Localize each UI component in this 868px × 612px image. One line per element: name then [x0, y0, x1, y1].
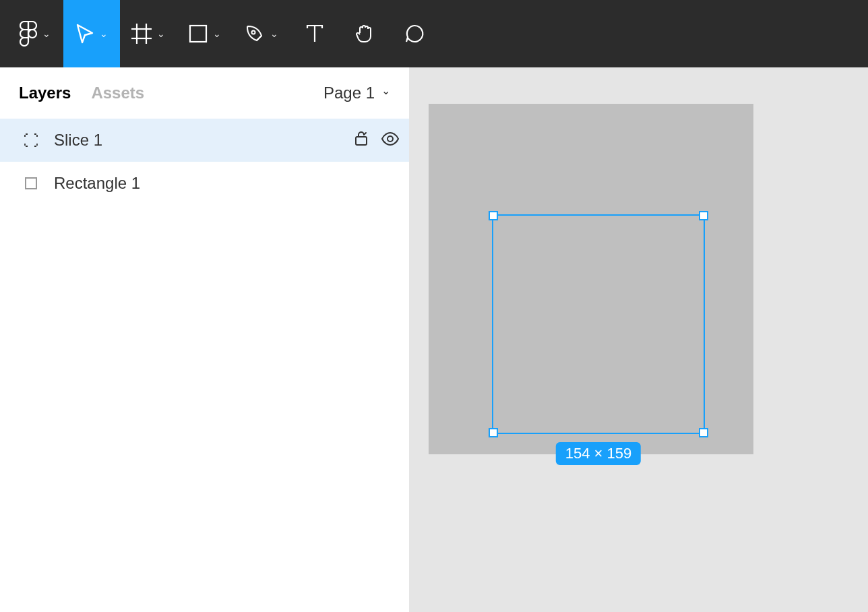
svg-rect-10	[26, 178, 36, 189]
chevron-down-icon: ⌄	[157, 28, 165, 39]
move-tool-button[interactable]: ⌄	[63, 0, 120, 67]
visibility-icon[interactable]	[381, 131, 400, 150]
chevron-down-icon: ⌄	[213, 28, 221, 39]
rectangle-icon	[189, 24, 208, 43]
dimensions-badge: 154 × 159	[556, 442, 641, 465]
layer-name: Rectangle 1	[54, 174, 140, 193]
layer-name: Slice 1	[54, 131, 102, 150]
toolbar: ⌄ ⌄ ⌄ ⌄ ⌄	[0, 0, 868, 67]
pen-tool-button[interactable]: ⌄	[233, 0, 290, 67]
comment-tool-button[interactable]	[390, 0, 439, 67]
chevron-down-icon: ⌄	[270, 28, 278, 39]
svg-point-9	[388, 136, 393, 142]
svg-rect-5	[190, 26, 206, 42]
move-cursor-icon	[75, 24, 94, 44]
text-icon	[305, 24, 324, 44]
layer-list: Slice 1	[0, 119, 409, 612]
svg-rect-8	[356, 137, 367, 145]
frame-icon	[131, 24, 152, 44]
svg-point-6	[252, 31, 255, 34]
main-area: Layers Assets Page 1 ⌄ Slice 1	[0, 67, 868, 612]
svg-point-0	[28, 30, 36, 38]
slice-icon	[23, 133, 39, 148]
layer-row-slice[interactable]: Slice 1	[0, 119, 409, 162]
chevron-down-icon: ⌄	[42, 28, 51, 39]
tab-layers[interactable]: Layers	[19, 84, 71, 102]
main-menu-button[interactable]: ⌄	[7, 0, 63, 67]
comment-icon	[404, 24, 425, 44]
chevron-down-icon: ⌄	[381, 84, 390, 97]
figma-logo-icon	[20, 21, 37, 47]
frame-tool-button[interactable]: ⌄	[120, 0, 177, 67]
page-label: Page 1	[323, 84, 375, 102]
unlock-icon[interactable]	[354, 130, 369, 150]
svg-line-7	[257, 36, 261, 40]
rectangle-layer-icon	[23, 177, 39, 190]
canvas-rectangle[interactable]	[429, 104, 753, 454]
tab-assets[interactable]: Assets	[91, 84, 144, 102]
panel-header: Layers Assets Page 1 ⌄	[0, 67, 409, 119]
pen-icon	[245, 24, 265, 44]
layers-panel: Layers Assets Page 1 ⌄ Slice 1	[0, 67, 410, 612]
layer-row-rectangle[interactable]: Rectangle 1	[0, 162, 409, 205]
page-selector[interactable]: Page 1 ⌄	[323, 84, 390, 102]
hand-icon	[354, 23, 375, 44]
chevron-down-icon: ⌄	[100, 28, 108, 39]
canvas[interactable]: 154 × 159	[410, 67, 868, 612]
hand-tool-button[interactable]	[340, 0, 390, 67]
text-tool-button[interactable]	[290, 0, 340, 67]
shape-tool-button[interactable]: ⌄	[177, 0, 233, 67]
